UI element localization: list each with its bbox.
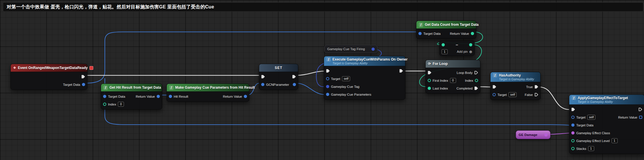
- node-title: ApplyGameplayEffectToTarget: [578, 96, 628, 100]
- target-in-pin[interactable]: [571, 116, 575, 119]
- node-apply-gameplay-effect[interactable]: ƒ ApplyGameplayEffectToTarget Target is …: [569, 94, 644, 154]
- node-header: ❖ Event OnRangedWeaponTargetDataReady: [11, 64, 87, 72]
- node-set-gcnparameter[interactable]: SET GCNParameter: [259, 64, 298, 90]
- pin-label: Index: [108, 103, 116, 106]
- pin-label: Return Value: [136, 95, 155, 98]
- pin-label: Target: [331, 77, 340, 81]
- index-input[interactable]: 0: [118, 102, 124, 107]
- first-index-input[interactable]: 0: [450, 78, 456, 83]
- exec-out-pin[interactable]: [638, 108, 642, 111]
- function-icon: ƒ: [493, 73, 497, 77]
- pin-label: Target Data: [63, 83, 80, 86]
- pin-label: Return Value: [618, 116, 637, 119]
- return-value-out-pin[interactable]: [471, 32, 474, 35]
- true-out-pin[interactable]: [535, 85, 538, 89]
- node-subtitle: Target is Gameplay Ability: [499, 77, 538, 81]
- hit-result-in-pin[interactable]: [169, 95, 172, 98]
- last-index-in-pin[interactable]: [428, 87, 431, 90]
- pin-label: Index: [465, 79, 473, 82]
- function-icon: ƒ: [572, 96, 576, 100]
- node-var-gameplay-cue-tag-firing[interactable]: Gameplay Cue Tag Firing: [324, 45, 378, 53]
- target-data-out-pin[interactable]: [82, 83, 85, 86]
- exec-out-pin[interactable]: [399, 69, 403, 73]
- exec-in-pin[interactable]: [493, 85, 496, 89]
- loop-icon: ⟳: [428, 62, 431, 66]
- target-input[interactable]: self: [587, 115, 595, 120]
- loop-body-out-pin[interactable]: [474, 71, 478, 74]
- comment-node[interactable]: 对第一个击中效果做 蛋壳，枪口闪光，弹道，贴花。然后对目标施加伤害GE 里面包括…: [3, 2, 643, 12]
- node-header: ƒ Execute GameplayCueWithParams On Owner…: [324, 56, 405, 66]
- stacks-input[interactable]: 1: [588, 146, 594, 151]
- exec-in-pin[interactable]: [571, 108, 575, 111]
- return-value-out-pin[interactable]: [639, 116, 642, 119]
- node-subtract[interactable]: − 1 Add pin ⊕: [439, 40, 475, 56]
- node-has-authority[interactable]: ƒ HasAuthority Target is Gameplay Abilit…: [490, 72, 541, 100]
- node-get-data-count[interactable]: ƒ Get Data Count from Target Data Target…: [416, 21, 476, 39]
- exec-in-pin[interactable]: [261, 75, 265, 79]
- node-title: Execute GameplayCueWithParams On Owner: [332, 57, 407, 61]
- var-out-pin[interactable]: [293, 83, 296, 86]
- node-title: Make Gameplay Cue Parameters from Hit Re…: [175, 86, 255, 90]
- target-data-in-pin[interactable]: [103, 95, 106, 98]
- node-make-cue-params[interactable]: ƒ Make Gameplay Cue Parameters from Hit …: [167, 83, 249, 102]
- wire-exec-set-to-execute[interactable]: [296, 71, 325, 75]
- pin-label: Stacks: [576, 147, 586, 150]
- cue-tag-in-pin[interactable]: [326, 85, 329, 88]
- tag-out-pin[interactable]: [372, 48, 375, 51]
- exec-out-pin[interactable]: [81, 75, 85, 79]
- wire-set-to-execute-params[interactable]: [296, 83, 324, 94]
- pin-label: Completed: [456, 87, 473, 90]
- target-in-pin[interactable]: [326, 77, 329, 80]
- pin-label: Target Data: [423, 32, 440, 35]
- target-data-in-pin[interactable]: [418, 32, 422, 35]
- pin-label: GCNParameter: [266, 83, 289, 86]
- add-pin-button[interactable]: Add pin ⊕: [457, 50, 472, 54]
- function-icon: ƒ: [326, 57, 331, 61]
- graph-canvas[interactable]: 对第一个击中效果做 蛋壳，枪口闪光，弹道，贴花。然后对目标施加伤害GE 里面包括…: [0, 0, 644, 160]
- cue-params-in-pin[interactable]: [326, 93, 329, 96]
- variable-name: GE Damage: [519, 133, 537, 137]
- pin-label: Gameplay Cue Parameters: [331, 93, 371, 96]
- add-pin-label: Add pin: [457, 50, 468, 53]
- pin-label: False: [525, 93, 533, 97]
- exec-out-pin[interactable]: [292, 75, 296, 79]
- node-var-ge-damage[interactable]: GE Damage: [516, 130, 550, 139]
- node-for-loop[interactable]: ⟳ For Loop Loop Body First Index 0 Ind: [425, 60, 480, 94]
- node-title: SET: [275, 66, 282, 70]
- node-get-hit-result[interactable]: ƒ Get Hit Result from Target Data Target…: [101, 83, 162, 110]
- target-input[interactable]: self: [342, 76, 350, 81]
- false-out-pin[interactable]: [535, 93, 538, 97]
- add-pin-icon: ⊕: [469, 50, 472, 54]
- return-value-out-pin[interactable]: [157, 95, 160, 98]
- completed-out-pin[interactable]: [474, 86, 478, 90]
- return-value-out-pin[interactable]: [244, 95, 247, 98]
- exec-in-pin[interactable]: [326, 69, 330, 73]
- node-state-badge: [89, 66, 93, 70]
- pin-label: Return Value: [450, 32, 469, 35]
- effect-class-in-pin[interactable]: [571, 131, 575, 134]
- node-title: Get Data Count from Target Data: [425, 23, 479, 27]
- class-out-pin[interactable]: [544, 133, 548, 137]
- pin-label: Gameplay Cue Tag: [331, 85, 359, 88]
- node-execute-gameplaycue[interactable]: ƒ Execute GameplayCueWithParams On Owner…: [324, 56, 405, 100]
- wire-exec-true-to-apply[interactable]: [539, 87, 570, 110]
- index-out-pin[interactable]: [475, 79, 478, 82]
- node-header: ƒ Make Gameplay Cue Parameters from Hit …: [167, 84, 249, 92]
- first-index-in-pin[interactable]: [428, 79, 431, 82]
- effect-level-input[interactable]: 1: [612, 138, 618, 143]
- var-in-pin[interactable]: [261, 83, 264, 86]
- exec-in-pin[interactable]: [428, 71, 431, 74]
- target-in-pin[interactable]: [493, 93, 496, 96]
- target-data-in-pin[interactable]: [571, 123, 575, 127]
- pin-label: Return Value: [223, 95, 242, 98]
- node-event-targetdata-ready[interactable]: ❖ Event OnRangedWeaponTargetDataReady Ta…: [10, 64, 87, 90]
- pin-label: First Index: [433, 79, 448, 82]
- node-title: Event OnRangedWeaponTargetDataReady: [18, 66, 88, 70]
- subtract-a-in-pin[interactable]: [442, 43, 445, 46]
- subtract-b-input[interactable]: 1: [442, 49, 448, 54]
- subtract-out-pin[interactable]: [469, 43, 472, 46]
- effect-level-in-pin[interactable]: [571, 139, 575, 142]
- target-input[interactable]: self: [508, 92, 517, 97]
- stacks-in-pin[interactable]: [571, 147, 575, 150]
- index-in-pin[interactable]: [103, 103, 106, 106]
